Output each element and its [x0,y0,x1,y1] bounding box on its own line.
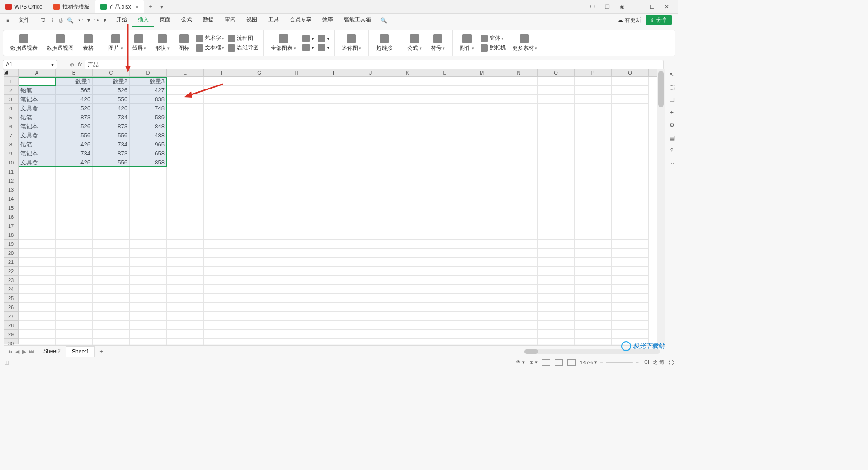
cell[interactable] [315,203,352,212]
cell[interactable] [241,131,278,140]
cell[interactable]: 数量1 [56,77,93,86]
cell[interactable] [389,140,426,149]
menu-item-数据[interactable]: 数据 [198,13,219,27]
column-header[interactable]: F [204,69,241,76]
cell[interactable] [538,176,575,185]
cell[interactable] [500,149,538,158]
cell[interactable] [315,312,352,321]
cell[interactable] [241,258,278,267]
cell[interactable] [575,176,612,185]
cell[interactable] [500,294,538,303]
column-header[interactable]: Q [612,69,649,76]
cell[interactable] [426,230,463,240]
cell[interactable] [575,194,612,203]
cell[interactable] [538,194,575,203]
cell[interactable] [463,113,500,122]
expand-icon[interactable]: ⊕ [70,61,74,68]
cell[interactable] [315,230,352,240]
cell[interactable] [315,176,352,185]
eye-icon[interactable]: 👁 ▾ [516,359,525,365]
more-material-button[interactable]: 更多素材 [509,33,540,54]
cell[interactable] [93,167,130,176]
cell[interactable] [463,176,500,185]
cell[interactable] [241,149,278,158]
cell[interactable] [204,240,241,249]
cell[interactable] [130,240,167,249]
row-header[interactable]: 6 [4,122,18,131]
select-all-corner[interactable]: ◢ [4,69,19,77]
cell[interactable] [352,86,389,95]
cell[interactable]: 铅笔 [19,140,56,149]
menu-item-审阅[interactable]: 审阅 [219,13,241,27]
cell[interactable] [612,212,649,221]
cell[interactable] [463,230,500,240]
column-header[interactable]: O [538,69,575,76]
cell[interactable] [167,330,204,339]
row-header[interactable]: 27 [4,312,18,321]
cell[interactable] [500,230,538,240]
menu-item-智能工具箱[interactable]: 智能工具箱 [339,13,377,27]
cell[interactable]: 873 [56,113,93,122]
symbol-button[interactable]: 符号 [428,33,448,54]
row-header[interactable]: 20 [4,249,18,258]
add-sheet-button[interactable]: ＋ [95,348,108,355]
cell[interactable]: 427 [130,86,167,95]
cell[interactable] [93,176,130,185]
cell[interactable] [500,122,538,131]
cell[interactable]: 556 [93,131,130,140]
cell[interactable]: 426 [56,140,93,149]
cell[interactable] [167,267,204,276]
ribbon-collapse-button[interactable]: — [666,61,675,68]
cell[interactable] [538,185,575,194]
window-minimize-button[interactable]: — [632,2,642,12]
cell[interactable] [389,104,426,113]
column-header[interactable]: D [130,69,167,76]
cell[interactable] [538,86,575,95]
row-header[interactable]: 3 [4,95,18,104]
cell[interactable] [167,104,204,113]
column-header[interactable]: P [575,69,612,76]
cell[interactable] [93,303,130,312]
cell[interactable] [352,212,389,221]
cell[interactable] [538,149,575,158]
cell[interactable] [575,77,612,86]
cell[interactable] [241,212,278,221]
cell[interactable] [315,158,352,167]
cell[interactable] [19,330,56,339]
cell[interactable] [500,212,538,221]
cell[interactable] [575,249,612,258]
cell[interactable] [612,230,649,240]
cell[interactable] [93,194,130,203]
cell[interactable] [352,321,389,330]
cell[interactable] [130,258,167,267]
cell[interactable] [538,203,575,212]
cell[interactable] [315,212,352,221]
sheet-nav-next[interactable]: ▶ [22,348,26,355]
cell[interactable] [538,140,575,149]
cell[interactable] [538,303,575,312]
cell[interactable] [612,258,649,267]
cell[interactable] [426,167,463,176]
cell[interactable] [500,131,538,140]
cell[interactable] [426,212,463,221]
cell[interactable] [575,203,612,212]
cell[interactable] [93,212,130,221]
cell[interactable] [612,167,649,176]
cell[interactable] [389,230,426,240]
cell[interactable] [130,249,167,258]
cell[interactable] [315,285,352,294]
cell[interactable]: 文具盒 [19,104,56,113]
cell[interactable] [241,303,278,312]
cell[interactable] [389,258,426,267]
cell[interactable] [426,267,463,276]
title-tab[interactable]: 找稻壳模板 [48,0,95,13]
cell[interactable] [278,330,315,339]
window-maximize-button[interactable]: ☐ [647,2,657,12]
cell[interactable] [538,267,575,276]
cell[interactable] [352,230,389,240]
cell[interactable] [241,185,278,194]
cell[interactable] [500,330,538,339]
cell[interactable] [315,294,352,303]
cell[interactable] [389,321,426,330]
update-notice[interactable]: ☁ 有更新 [618,16,641,24]
